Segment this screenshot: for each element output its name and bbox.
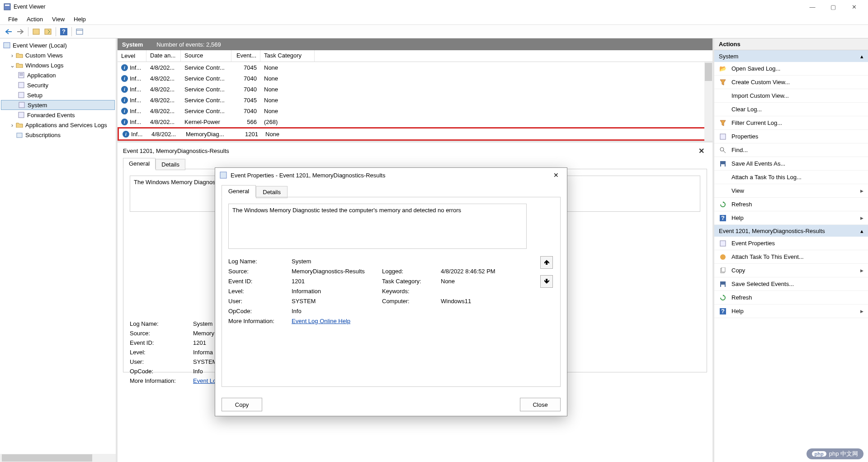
tab-details[interactable]: Details <box>156 159 185 170</box>
action-find[interactable]: Find... <box>714 143 868 157</box>
action-attach-task-log[interactable]: Attach a Task To this Log... <box>714 171 868 184</box>
svg-text:?: ? <box>62 28 66 35</box>
tree-custom-views[interactable]: › Custom Views <box>1 50 115 60</box>
help-icon: ? <box>719 307 727 315</box>
action-create-custom[interactable]: Create Custom View... <box>714 76 868 89</box>
event-row[interactable]: iInf...4/8/202...Service Contr...7045Non… <box>118 95 712 105</box>
info-icon: i <box>121 64 128 71</box>
col-header-date[interactable]: Date an... <box>146 50 181 62</box>
eventid-cell: 566 <box>231 119 260 125</box>
dialog-close-button[interactable]: ✕ <box>550 171 562 180</box>
expand-icon[interactable]: › <box>9 122 15 129</box>
action-view[interactable]: View <box>714 184 868 198</box>
action-event-properties[interactable]: Event Properties <box>714 237 868 250</box>
col-header-source[interactable]: Source <box>181 50 231 62</box>
vertical-scrollbar[interactable] <box>704 62 712 141</box>
event-row[interactable]: iInf...4/8/202...Service Contr...7040Non… <box>118 73 712 84</box>
level-label: Level: <box>130 349 193 356</box>
action-attach-task-event[interactable]: Attach Task To This Event... <box>714 250 868 264</box>
folder-icon <box>15 62 24 69</box>
col-header-level[interactable]: Level <box>118 50 146 62</box>
dialog-icon <box>220 171 227 179</box>
tree-root[interactable]: Event Viewer (Local) <box>1 40 115 50</box>
tree-subscriptions[interactable]: › Subscriptions <box>1 130 115 140</box>
action-save-all[interactable]: Save All Events As... <box>714 157 868 171</box>
previous-event-button[interactable]: 🡹 <box>540 256 553 269</box>
tree-apps-services[interactable]: › Applications and Services Logs <box>1 120 115 130</box>
svg-point-25 <box>720 254 726 260</box>
scroll-thumb[interactable] <box>2 454 92 462</box>
task-cell: None <box>260 97 315 104</box>
info-icon: i <box>121 108 128 114</box>
action-save-selected[interactable]: Save Selected Events... <box>714 277 868 291</box>
action-label: View <box>731 187 744 194</box>
tree-application[interactable]: Application <box>1 70 115 80</box>
event-row[interactable]: iInf...4/8/202...Kernel-Power566(268) <box>118 116 712 127</box>
action-help[interactable]: ?Help <box>714 211 868 225</box>
export-button[interactable] <box>43 27 53 37</box>
collapse-icon[interactable]: ▴ <box>860 53 863 60</box>
close-button[interactable]: Close <box>520 398 561 411</box>
computer-value: Windows11 <box>441 298 554 305</box>
close-button[interactable]: ✕ <box>844 0 864 14</box>
tree-windows-logs[interactable]: ⌄ Windows Logs <box>1 60 115 70</box>
save-icon <box>719 160 727 168</box>
user-value: SYSTEM <box>292 298 382 305</box>
event-properties-dialog: Event Properties - Event 1201, MemoryDia… <box>215 167 567 416</box>
action-clear-log[interactable]: Clear Log... <box>714 103 868 116</box>
dialog-tab-general[interactable]: General <box>222 185 256 197</box>
action-filter-log[interactable]: Filter Current Log... <box>714 116 868 130</box>
next-event-button[interactable]: 🡻 <box>540 275 553 288</box>
menu-action[interactable]: Action <box>22 14 47 24</box>
action-copy[interactable]: Copy <box>714 264 868 277</box>
collapse-icon[interactable]: ▴ <box>860 228 863 234</box>
tree-setup[interactable]: Setup <box>1 90 115 100</box>
maximize-button[interactable]: ▢ <box>823 0 844 14</box>
expand-icon[interactable]: › <box>9 52 15 59</box>
center-header: System Number of events: 2,569 <box>118 38 712 50</box>
minimize-button[interactable]: — <box>802 0 823 14</box>
date-cell: 4/8/202... <box>148 131 182 138</box>
horizontal-scrollbar[interactable] <box>0 454 116 462</box>
action-refresh[interactable]: Refresh <box>714 198 868 211</box>
svg-rect-12 <box>19 82 24 88</box>
dialog-tab-details[interactable]: Details <box>256 186 288 198</box>
event-row[interactable]: iInf...4/8/202...Service Contr...7040Non… <box>118 84 712 95</box>
dialog-title-text: Event Properties - Event 1201, MemoryDia… <box>231 172 550 179</box>
event-row[interactable]: iInf...4/8/202...Service Contr...7045Non… <box>118 62 712 73</box>
scroll-thumb[interactable] <box>705 63 712 81</box>
action-open-saved[interactable]: 📂Open Saved Log... <box>714 62 868 76</box>
tab-general[interactable]: General <box>123 158 156 169</box>
forward-button[interactable] <box>15 27 25 37</box>
menu-view[interactable]: View <box>47 14 69 24</box>
menu-file[interactable]: File <box>4 14 22 24</box>
detail-close-button[interactable]: ✕ <box>696 147 707 155</box>
moreinfo-link[interactable]: Event Log Online Help <box>292 318 350 324</box>
collapse-icon[interactable]: ⌄ <box>9 62 15 69</box>
copy-button[interactable]: Copy <box>222 398 262 411</box>
tree-security[interactable]: Security <box>1 80 115 90</box>
action-help-2[interactable]: ?Help <box>714 305 868 318</box>
col-header-task[interactable]: Task Category <box>260 50 315 62</box>
event-row[interactable]: iInf...4/8/202...Service Contr...7040Non… <box>118 105 712 116</box>
help-button[interactable]: ? <box>59 27 69 37</box>
action-label: Save Selected Events... <box>731 281 794 287</box>
tree-system[interactable]: System <box>1 100 115 110</box>
action-refresh-2[interactable]: Refresh <box>714 291 868 305</box>
refresh-icon <box>719 294 727 302</box>
folder-open-icon: 📂 <box>719 65 727 73</box>
eventid-cell: 7040 <box>231 86 260 93</box>
tree-forwarded[interactable]: Forwarded Events <box>1 110 115 120</box>
menu-help[interactable]: Help <box>69 14 90 24</box>
properties-button[interactable] <box>75 27 85 37</box>
back-button[interactable] <box>4 27 14 37</box>
event-row[interactable]: iInf...4/8/202...MemoryDiag...1201None <box>118 127 712 141</box>
svg-rect-6 <box>76 29 83 34</box>
action-import-custom[interactable]: Import Custom View... <box>714 89 868 103</box>
task-cell: (268) <box>260 119 315 125</box>
show-tree-button[interactable] <box>31 27 41 37</box>
tree-label: Forwarded Events <box>27 112 75 119</box>
source-cell: Service Contr... <box>181 64 231 71</box>
col-header-eventid[interactable]: Event... <box>231 50 260 62</box>
action-properties[interactable]: Properties <box>714 130 868 143</box>
